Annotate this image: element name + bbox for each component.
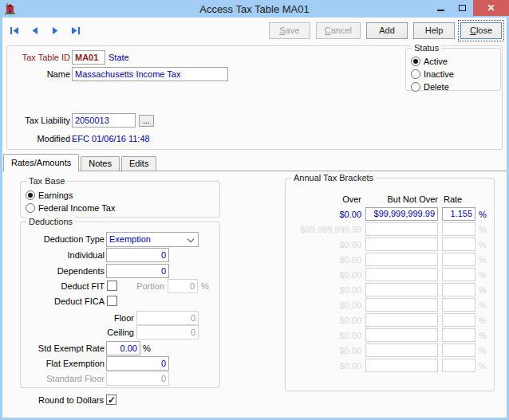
bracket-rate-field[interactable] [442,237,475,251]
title-bar: Access Tax Table MA01 [0,0,509,18]
name-field[interactable] [72,67,228,81]
close-window-button[interactable] [473,0,509,16]
over-column-header: Over [292,194,361,205]
radio-delete[interactable]: Delete [411,80,454,92]
radio-label: Federal Income Tax [38,203,115,213]
cancel-button[interactable]: Cancel [316,22,361,39]
tax-table-id-label: Tax Table ID [7,50,70,65]
deductions-group: Deductions Deduction Type Exemption Indi… [20,222,220,388]
bracket-over-label: $0.00 [292,210,361,219]
radio-earnings[interactable]: Earnings [26,189,115,201]
radio-icon [411,82,420,92]
minimize-icon [437,10,444,11]
radio-icon [26,203,35,213]
header-panel: Tax Table ID State Name Status ActiveIna… [6,45,503,150]
individual-field[interactable] [106,248,169,262]
bracket-rate-field[interactable]: 1.155 [442,207,475,221]
tab-rates-amounts[interactable]: Rates/Amounts [3,154,79,171]
tax-liability-label: Tax Liability [7,113,70,128]
toolbar: SaveCancelAddHelpClose [2,18,507,43]
bracket-rate-field[interactable] [442,313,475,327]
chevron-down-icon [187,236,194,242]
annual-tax-brackets-group: Annual Tax Brackets Over But Not Over Ra… [285,178,495,391]
radio-federal-income-tax[interactable]: Federal Income Tax [26,202,115,214]
but-not-over-column-header: But Not Over [365,194,438,205]
rate-column-header: Rate [444,194,475,205]
percent-label: % [479,210,487,219]
bracket-but-not-over-field[interactable] [365,283,438,296]
bracket-row: $0.00% [286,313,494,327]
maximize-icon [459,5,466,11]
tax-liability-browse-button[interactable]: ... [139,115,154,127]
status-group-title: Status [412,43,441,53]
bracket-but-not-over-field[interactable] [365,237,438,251]
radio-label: Earnings [38,190,73,200]
radio-label: Active [424,57,448,66]
bracket-row: $0.00% [286,237,494,251]
bracket-rate-field[interactable] [442,359,475,372]
radio-inactive[interactable]: Inactive [411,68,454,80]
floor-field[interactable] [136,311,199,325]
help-button[interactable]: Help [413,22,455,39]
bracket-but-not-over-field[interactable] [365,253,438,266]
bracket-but-not-over-field[interactable] [365,222,438,236]
deduction-type-value: Exemption [109,234,151,244]
last-record-icon[interactable] [70,26,80,35]
minimize-button[interactable] [430,0,452,16]
bracket-but-not-over-field[interactable]: $99,999,999.99 [365,207,438,221]
deduct-fit-label: Deduct FIT [21,279,105,293]
portion-field[interactable] [168,279,198,293]
ceiling-label: Ceiling [21,325,134,340]
save-button[interactable]: Save [269,22,310,39]
percent-label: % [479,255,487,265]
bracket-over-label: $0.00 [292,331,361,340]
radio-label: Delete [424,82,449,92]
deduct-fica-label: Deduct FICA [21,294,105,308]
bracket-rate-field[interactable] [442,222,475,236]
radio-active[interactable]: Active [411,55,454,67]
next-record-icon[interactable] [50,26,60,35]
ceiling-field[interactable] [136,325,199,340]
std-exempt-rate-field[interactable] [106,341,140,355]
bracket-but-not-over-field[interactable] [365,268,438,281]
radio-label: Inactive [424,69,454,79]
bracket-but-not-over-field[interactable] [365,298,438,312]
first-record-icon[interactable] [10,26,20,35]
bracket-rate-field[interactable] [442,283,475,296]
tab-edits[interactable]: Edits [121,156,156,171]
maximize-button[interactable] [452,0,473,16]
percent-label: % [479,300,487,310]
tax-table-app-icon [4,2,17,15]
radio-icon [411,69,420,79]
round-to-dollars-checkbox[interactable] [106,394,116,405]
bracket-row: $0.00% [286,268,494,281]
tab-notes[interactable]: Notes [81,156,120,171]
std-exempt-rate-label: Std Exempt Rate [21,341,105,355]
rates-amounts-panel: Tax Base EarningsFederal Income Tax Dedu… [2,171,507,418]
percent-label: % [479,316,487,325]
dependents-field[interactable] [106,264,169,278]
bracket-but-not-over-field[interactable] [365,359,438,372]
deduct-fica-checkbox[interactable] [107,296,117,306]
deduction-type-select[interactable]: Exemption [106,232,199,247]
standard-floor-field[interactable] [106,371,169,386]
dependents-label: Dependents [21,264,105,278]
tax-table-id-field[interactable] [72,50,105,65]
deduction-type-label: Deduction Type [21,232,105,246]
client-area: SaveCancelAddHelpClose Tax Table ID Stat… [2,18,507,418]
bracket-but-not-over-field[interactable] [365,313,438,327]
close-button[interactable]: Close [460,22,502,39]
bracket-but-not-over-field[interactable] [365,328,438,342]
add-button[interactable]: Add [366,22,408,39]
bracket-rate-field[interactable] [442,328,475,342]
flat-exemption-field[interactable] [106,356,169,371]
previous-record-icon[interactable] [30,26,40,35]
bracket-rate-field[interactable] [442,343,475,357]
percent-label: % [479,331,487,340]
bracket-but-not-over-field[interactable] [365,343,438,357]
tax-liability-field[interactable] [72,113,136,128]
bracket-rate-field[interactable] [442,253,475,266]
bracket-rate-field[interactable] [442,298,475,312]
bracket-rate-field[interactable] [442,268,475,281]
record-nav [10,26,80,35]
